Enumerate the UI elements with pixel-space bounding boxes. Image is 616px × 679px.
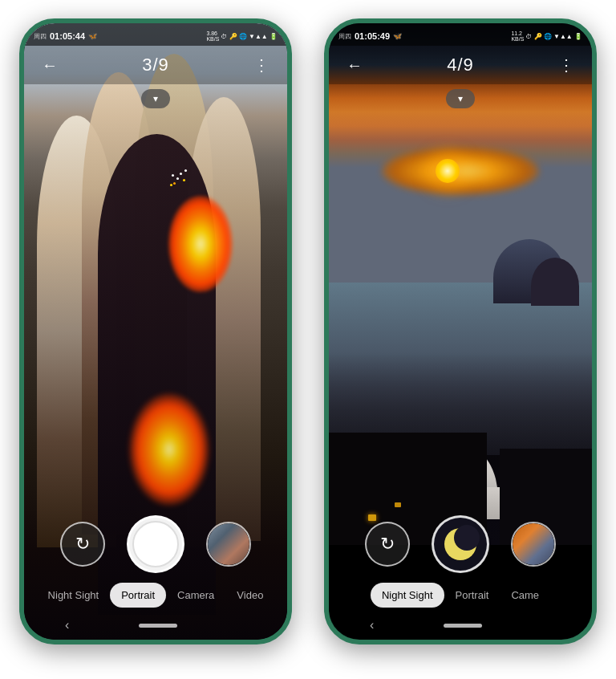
- mode-camera-1[interactable]: Camera: [166, 583, 225, 608]
- rotate-icon-1: ↻: [75, 534, 90, 555]
- mode-night-sight-1[interactable]: Night Sight: [37, 583, 111, 608]
- photo-count-2: 4/9: [447, 55, 474, 75]
- status-butterfly-1: 🦋: [88, 32, 97, 40]
- shutter-button-1[interactable]: [127, 515, 184, 573]
- nav-back-1[interactable]: ‹: [52, 615, 82, 636]
- nav-home-bar-2[interactable]: [444, 624, 482, 628]
- phone-container-1: 周四 01:05:44 🦋 3.86KB/S ⏱ 🔑 🌐 ▼▲▲ 🔋 ← 3/9…: [11, 18, 300, 661]
- camera-buttons-2: ↻: [329, 515, 592, 573]
- status-right-2: 11.2KB/S ⏱ 🔑 🌐 ▼▲▲ 🔋: [511, 30, 582, 42]
- top-bar-2: ← 4/9 ⋮: [329, 46, 592, 84]
- top-bar-1: ← 3/9 ⋮: [24, 46, 287, 84]
- status-time-1: 01:05:44: [50, 31, 85, 41]
- back-button-2[interactable]: ←: [342, 56, 367, 75]
- thumbnail-button-1[interactable]: [206, 522, 251, 567]
- phone-frame-2: 周四 01:05:49 🦋 11.2KB/S ⏱ 🔑 🌐 ▼▲▲ 🔋 ← 4/9…: [324, 18, 597, 644]
- status-time-2: 01:05:49: [355, 31, 390, 41]
- status-day-1: 周四: [34, 32, 47, 41]
- rotate-icon-2: ↻: [380, 534, 395, 555]
- thumbnail-button-2[interactable]: [511, 522, 556, 567]
- dropdown-chevron-2[interactable]: ▾: [446, 89, 475, 108]
- status-icons-2: ⏱ 🔑 🌐 ▼▲▲ 🔋: [525, 33, 582, 40]
- dropdown-chevron-1[interactable]: ▾: [141, 89, 170, 108]
- shutter-inner-1: [132, 521, 179, 567]
- more-menu-1[interactable]: ⋮: [249, 55, 274, 75]
- bottom-controls-1: ↻ Night Sight: [24, 515, 287, 608]
- status-right-1: 3.86KB/S ⏱ 🔑 🌐 ▼▲▲ 🔋: [206, 30, 278, 42]
- more-menu-2[interactable]: ⋮: [553, 55, 579, 75]
- flip-camera-button-1[interactable]: ↻: [60, 522, 105, 567]
- status-left-1: 周四 01:05:44 🦋: [34, 31, 97, 41]
- night-shutter-button-2[interactable]: [432, 515, 489, 573]
- phone-container-2: 周四 01:05:49 🦋 11.2KB/S ⏱ 🔑 🌐 ▼▲▲ 🔋 ← 4/9…: [316, 18, 605, 661]
- flip-camera-button-2[interactable]: ↻: [365, 522, 410, 567]
- bottom-controls-2: ↻ N: [329, 515, 592, 608]
- status-left-2: 周四 01:05:49 🦋: [338, 31, 402, 41]
- mode-selector-2: Night Sight Portrait Came: [329, 583, 592, 608]
- mode-video-1[interactable]: Video: [225, 583, 274, 608]
- status-day-2: 周四: [338, 32, 351, 41]
- phone-screen-2: 周四 01:05:49 🦋 11.2KB/S ⏱ 🔑 🌐 ▼▲▲ 🔋 ← 4/9…: [329, 23, 592, 640]
- mode-portrait-2[interactable]: Portrait: [444, 583, 500, 608]
- thumbnail-image-1: [208, 523, 249, 565]
- status-bar-2: 周四 01:05:49 🦋 11.2KB/S ⏱ 🔑 🌐 ▼▲▲ 🔋: [329, 23, 592, 46]
- chevron-down-icon-2: ▾: [458, 93, 463, 104]
- camera-buttons-1: ↻: [24, 515, 287, 573]
- phone-screen-1: 周四 01:05:44 🦋 3.86KB/S ⏱ 🔑 🌐 ▼▲▲ 🔋 ← 3/9…: [24, 23, 287, 640]
- status-butterfly-2: 🦋: [393, 32, 402, 40]
- mode-night-sight-2[interactable]: Night Sight: [371, 583, 444, 608]
- status-speed-1: 3.86KB/S: [206, 30, 219, 42]
- chevron-down-icon-1: ▾: [153, 93, 158, 104]
- nav-bar-2: ‹: [329, 611, 592, 640]
- mode-camera-2[interactable]: Came: [500, 583, 550, 608]
- nav-bar-1: ‹: [24, 611, 287, 640]
- mode-portrait-1[interactable]: Portrait: [110, 583, 166, 608]
- status-speed-2: 11.2KB/S: [511, 30, 524, 42]
- status-bar-1: 周四 01:05:44 🦋 3.86KB/S ⏱ 🔑 🌐 ▼▲▲ 🔋: [24, 23, 287, 46]
- nav-spacer-1: [233, 622, 259, 628]
- status-icons-1: ⏱ 🔑 🌐 ▼▲▲ 🔋: [221, 33, 278, 40]
- photo-count-1: 3/9: [142, 55, 169, 75]
- nav-back-2[interactable]: ‹: [357, 615, 387, 636]
- thumbnail-image-2: [513, 523, 554, 565]
- back-button-1[interactable]: ←: [37, 56, 63, 75]
- nav-home-bar-1[interactable]: [139, 624, 177, 628]
- phone-frame-1: 周四 01:05:44 🦋 3.86KB/S ⏱ 🔑 🌐 ▼▲▲ 🔋 ← 3/9…: [19, 18, 292, 644]
- nav-spacer-2: [538, 622, 564, 628]
- mode-selector-1: Night Sight Portrait Camera Video: [24, 583, 287, 608]
